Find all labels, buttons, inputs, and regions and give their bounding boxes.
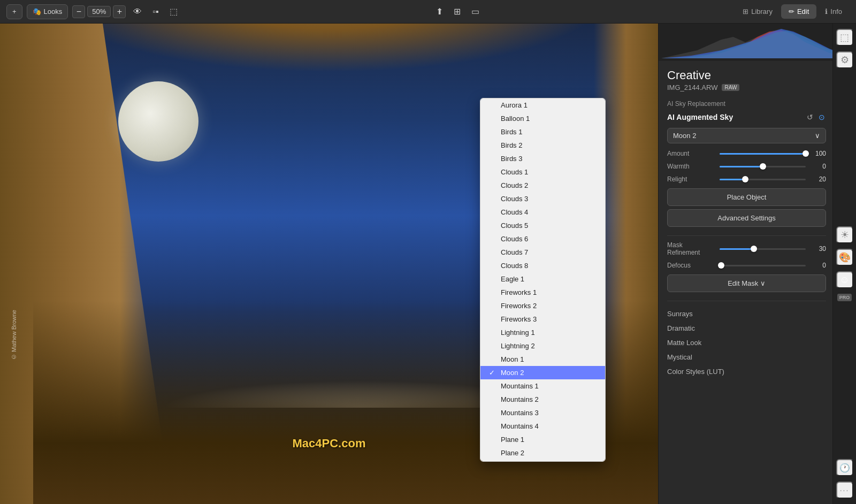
dropdown-item-mountains-3[interactable]: Mountains 3 bbox=[480, 406, 605, 419]
dropdown-label-clouds-4: Clouds 4 bbox=[501, 208, 528, 216]
zoom-minus-button[interactable]: − bbox=[72, 5, 85, 18]
library-tab[interactable]: ⊞ Library bbox=[735, 4, 780, 19]
matte-item[interactable]: Matte Look bbox=[667, 335, 826, 350]
dropdown-item-fireworks-1[interactable]: Fireworks 1 bbox=[480, 286, 605, 299]
reset-augmented-sky-button[interactable]: ↺ bbox=[806, 112, 814, 123]
dropdown-item-aurora-1[interactable]: Aurora 1 bbox=[480, 98, 605, 112]
history-icon-button[interactable]: 🕐 bbox=[836, 459, 853, 476]
more-icon-button[interactable]: ··· bbox=[836, 482, 853, 499]
dropdown-item-clouds-7[interactable]: Clouds 7 bbox=[480, 246, 605, 259]
mask-refinement-slider-track[interactable] bbox=[720, 248, 806, 250]
watermark-text: Mac4PC.com bbox=[293, 437, 366, 450]
dropdown-item-moon-1[interactable]: Moon 1 bbox=[480, 353, 605, 366]
add-button[interactable]: + bbox=[6, 4, 22, 19]
dropdown-item-mountains-1[interactable]: Mountains 1 bbox=[480, 379, 605, 393]
main-area: © Mathew Browne Mac4PC.com Creative IMG_… bbox=[0, 24, 856, 504]
sunrays-item[interactable]: Sunrays bbox=[667, 307, 826, 321]
dropdown-item-moon-2[interactable]: ✓Moon 2 bbox=[480, 366, 605, 379]
sky-selector-value: Moon 2 bbox=[673, 132, 696, 140]
dramatic-label: Dramatic bbox=[667, 324, 695, 332]
defocus-value: 0 bbox=[810, 262, 826, 269]
dropdown-label-moon-2: Moon 2 bbox=[501, 369, 524, 377]
sunrays-label: Sunrays bbox=[667, 310, 693, 318]
defocus-thumb[interactable] bbox=[718, 262, 724, 269]
relight-slider-thumb[interactable] bbox=[742, 176, 748, 182]
face-icon-button[interactable]: ☺ bbox=[836, 271, 853, 288]
relight-value: 20 bbox=[810, 175, 826, 183]
share-icon: ⬆ bbox=[436, 7, 443, 16]
dropdown-item-fireworks-3[interactable]: Fireworks 3 bbox=[480, 312, 605, 326]
edit-icon: ✏ bbox=[789, 7, 794, 16]
amount-slider-track[interactable] bbox=[720, 153, 806, 155]
zoom-plus-button[interactable]: + bbox=[113, 5, 126, 18]
view-button[interactable]: 👁 bbox=[130, 5, 145, 19]
warmth-slider-thumb[interactable] bbox=[760, 163, 766, 170]
moon-element bbox=[118, 81, 198, 162]
advanced-settings-button[interactable]: Advanced Settings bbox=[667, 209, 826, 227]
dropdown-item-balloon-1[interactable]: Balloon 1 bbox=[480, 112, 605, 125]
dropdown-item-birds-2[interactable]: Birds 2 bbox=[480, 139, 605, 152]
dropdown-label-balloon-1: Balloon 1 bbox=[501, 114, 530, 123]
matte-label: Matte Look bbox=[667, 339, 701, 347]
dropdown-item-fireworks-2[interactable]: Fireworks 2 bbox=[480, 299, 605, 312]
dropdown-item-plane-2[interactable]: Plane 2 bbox=[480, 446, 605, 460]
dropdown-item-clouds-1[interactable]: Clouds 1 bbox=[480, 165, 605, 179]
info-icon: ℹ bbox=[825, 7, 828, 16]
dropdown-item-mountains-4[interactable]: Mountains 4 bbox=[480, 419, 605, 433]
zoom-value[interactable]: 50% bbox=[87, 6, 111, 17]
palette-icon-button[interactable]: 🎨 bbox=[836, 249, 853, 266]
dropdown-item-clouds-8[interactable]: Clouds 8 bbox=[480, 259, 605, 272]
dropdown-item-birds-1[interactable]: Birds 1 bbox=[480, 125, 605, 139]
toggle-augmented-sky-button[interactable]: ⊙ bbox=[817, 112, 826, 123]
dropdown-item-planet-1[interactable]: Planet 1 bbox=[480, 460, 605, 462]
mask-refinement-thumb[interactable] bbox=[751, 246, 757, 252]
layers-icon-button[interactable]: ⬚ bbox=[836, 29, 853, 46]
edit-mask-button[interactable]: Edit Mask ∨ bbox=[667, 274, 826, 292]
defocus-slider-row: Defocus 0 bbox=[667, 262, 826, 269]
sky-selector[interactable]: Moon 2 ∨ bbox=[667, 128, 826, 143]
histogram-chart bbox=[661, 26, 853, 58]
dropdown-item-clouds-5[interactable]: Clouds 5 bbox=[480, 219, 605, 232]
dropdown-item-lightning-2[interactable]: Lightning 2 bbox=[480, 339, 605, 353]
dropdown-label-clouds-2: Clouds 2 bbox=[501, 181, 528, 189]
edit-tab[interactable]: ✏ Edit bbox=[781, 4, 816, 19]
dropdown-item-clouds-2[interactable]: Clouds 2 bbox=[480, 179, 605, 192]
dropdown-label-birds-1: Birds 1 bbox=[501, 128, 522, 136]
mystical-item[interactable]: Mystical bbox=[667, 350, 826, 364]
share-button[interactable]: ⬆ bbox=[433, 4, 446, 19]
info-tab[interactable]: ℹ Info bbox=[817, 4, 850, 19]
mystical-label: Mystical bbox=[667, 353, 692, 361]
dropdown-item-lightning-1[interactable]: Lightning 1 bbox=[480, 326, 605, 339]
dropdown-item-plane-1[interactable]: Plane 1 bbox=[480, 433, 605, 446]
compare-button[interactable]: ▫▪ bbox=[149, 5, 162, 19]
color-styles-label: Color Styles (LUT) bbox=[667, 368, 724, 376]
dropdown-item-mountains-2[interactable]: Mountains 2 bbox=[480, 393, 605, 406]
dropdown-label-fireworks-3: Fireworks 3 bbox=[501, 315, 537, 323]
right-panel: Creative IMG_2144.ARW RAW AI Sky Replace… bbox=[658, 24, 856, 504]
dropdown-label-birds-3: Birds 3 bbox=[501, 155, 522, 163]
sun-icon-button[interactable]: ☀ bbox=[836, 226, 853, 243]
dropdown-item-birds-3[interactable]: Birds 3 bbox=[480, 152, 605, 165]
dropdown-item-clouds-6[interactable]: Clouds 6 bbox=[480, 232, 605, 246]
adjustments-icon-button[interactable]: ⚙ bbox=[836, 51, 853, 68]
relight-slider-row: Relight 20 bbox=[667, 175, 826, 183]
relight-slider-track[interactable] bbox=[720, 179, 806, 180]
dramatic-item[interactable]: Dramatic bbox=[667, 321, 826, 335]
window-button[interactable]: ▭ bbox=[468, 4, 483, 19]
amount-value: 100 bbox=[810, 150, 826, 157]
defocus-slider-track[interactable] bbox=[720, 265, 806, 266]
place-object-button[interactable]: Place Object bbox=[667, 188, 826, 206]
dropdown-item-eagle-1[interactable]: Eagle 1 bbox=[480, 272, 605, 286]
crop-button[interactable]: ⬚ bbox=[166, 4, 181, 19]
looks-button[interactable]: 🎭 Looks bbox=[27, 4, 68, 19]
amount-slider-thumb[interactable] bbox=[802, 150, 809, 157]
mask-refinement-slider-row: Mask Refinement 30 bbox=[667, 241, 826, 256]
dropdown-item-clouds-4[interactable]: Clouds 4 bbox=[480, 205, 605, 219]
warmth-slider-track[interactable] bbox=[720, 166, 806, 167]
divider-2 bbox=[667, 301, 826, 301]
dropdown-item-clouds-3[interactable]: Clouds 3 bbox=[480, 192, 605, 205]
color-styles-item[interactable]: Color Styles (LUT) bbox=[667, 364, 826, 379]
sky-replacement-label: AI Sky Replacement bbox=[667, 100, 826, 108]
amount-slider-fill bbox=[720, 153, 806, 155]
grid-button[interactable]: ⊞ bbox=[450, 4, 464, 19]
